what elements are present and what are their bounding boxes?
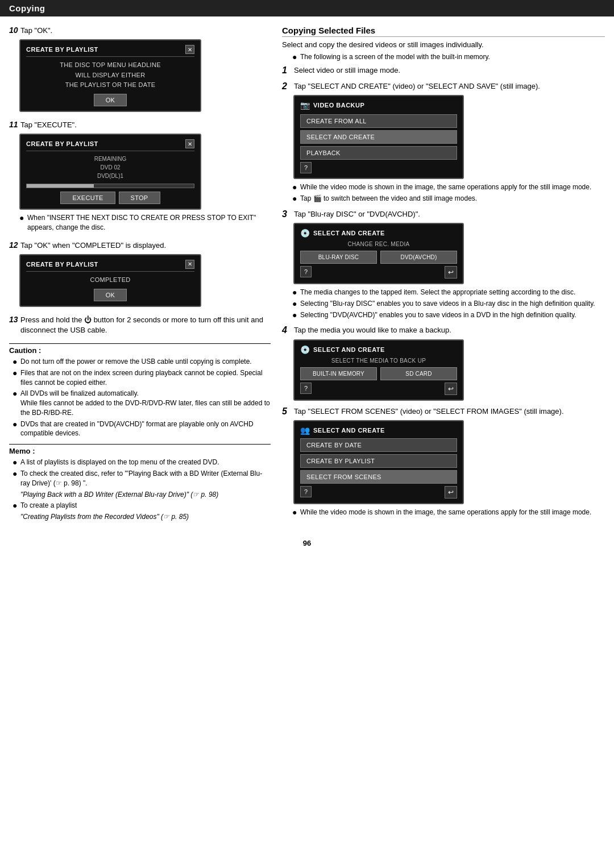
close-x-3[interactable]: ✕ [185,260,194,269]
memo-item-2: ● To check the created disc, refer to "'… [13,469,271,488]
step-13-block: 13 Press and hold the ⏻ button for 2 sec… [9,315,271,335]
bullet-dot-m1: ● [13,458,19,467]
r-step-5-text: Tap "SELECT FROM SCENES" (video) or "SEL… [294,406,564,417]
screen-title-3: CREATE BY PLAYLIST [26,261,98,268]
caution-text-3: All DVDs will be finalized automatically… [20,389,271,417]
ok-btn-3[interactable]: Ok [94,289,127,301]
header-bar: Copying [0,0,614,16]
memo-items: ● A list of playlists is displayed on th… [13,458,271,522]
sac-question-2[interactable]: ? [300,383,312,394]
screen-body-line2: WILL DISPLAY EITHER [26,70,194,81]
sac-subtitle-1: CHANGE REC. MEDIA [300,241,457,247]
step-10-block: 10 Tap "OK". CREATE BY PLAYLIST ✕ THE DI… [9,26,271,112]
close-x-1[interactable]: ✕ [185,45,194,54]
r-step3-bullets: ● The media changes to the tapped item. … [292,288,605,319]
caution-box: Caution : ● Do not turn off the power or… [9,343,271,438]
sac-back-1[interactable]: ↩ [445,266,457,279]
dvddl-label: DVD(DL)1 [26,172,194,180]
bullet-dot-r5-1: ● [292,508,299,517]
caution-text-2: Files that are not on the index screen d… [20,368,271,388]
bullet-dot-insert: ● [19,213,26,223]
execute-btn[interactable]: EXECUTE [60,192,115,204]
progress-bar [26,184,194,188]
step-12-text: Tap "OK" when "COMPLETED" is displayed. [20,240,166,251]
builtin-memory-btn[interactable]: BUILT-IN MEMORY [300,367,377,380]
sac-btn-row-2: BUILT-IN MEMORY SD CARD [300,367,457,380]
bullet-dot-r3-2: ● [292,299,299,309]
screen-playlist-2: CREATE BY PLAYLIST ✕ REMAINING DVD 02 DV… [19,134,201,210]
r-bullet-text-2-2: Tap 🎬 to switch between the video and st… [300,194,477,203]
people-icon: 👥 [300,426,310,435]
screen-select-create-2: 💿 SELECT AND CREATE SELECT THE MEDIA TO … [293,339,464,401]
remaining-label: REMAINING [26,155,194,163]
close-x-2[interactable]: ✕ [185,139,194,148]
step-12-block: 12 Tap "OK" when "COMPLETED" is displaye… [9,240,271,307]
remaining-info: REMAINING DVD 02 DVD(DL)1 [26,155,194,180]
r-step-2-line: 2 Tap "SELECT AND CREATE" (video) or "SE… [282,81,605,92]
bullet-dot-c4: ● [13,420,19,429]
page-container: Copying 10 Tap "OK". CREATE BY PLAYLIST … [0,0,614,868]
section-title: Copying Selected Files [282,26,605,37]
page-number: 96 [303,539,311,547]
step-10-text: Tap "OK". [20,26,52,36]
sac-title-3: SELECT AND CREATE [313,427,385,434]
sd-card-btn[interactable]: SD CARD [380,367,457,380]
step-11-line: 11 Tap "EXECUTE". [9,120,271,130]
completed-label: COMPLETED [26,275,194,285]
sac-bottom-3: ? ↩ [300,486,457,499]
bluray-btn[interactable]: Blu-ray DISC [300,251,377,264]
sac-header-2: 💿 SELECT AND CREATE [300,345,457,354]
r-bullet-step2-1: ● While the video mode is shown in the i… [292,182,605,192]
memo-text-3: "Playing Back with a BD Writer (External… [20,490,218,500]
r-step-1-num: 1 [282,65,292,76]
progress-bar-fill [27,184,94,188]
r-step-3: 3 Tap "Blu-ray DISC" or "DVD(AVCHD)". 💿 … [282,209,605,320]
bullet-dot-m2: ● [13,469,19,479]
r-bullet-step3-1: ● The media changes to the tapped item. … [292,288,605,297]
bullet-dot-c3: ● [13,389,19,398]
sac-question-3[interactable]: ? [300,486,312,497]
sac-back-2[interactable]: ↩ [445,383,457,395]
screen-body-3: COMPLETED [26,275,194,285]
memo-item-1: ● A list of playlists is displayed on th… [13,458,271,467]
bullet-dot-r2-1: ● [292,182,299,192]
sac-back-3[interactable]: ↩ [445,486,457,499]
sac-menu-by-date[interactable]: CREATE BY DATE [300,438,457,452]
screen-body-line1: THE DISC TOP MENU HEADLINE [26,60,194,70]
disc-icon-2: 💿 [300,345,310,354]
step-13-line: 13 Press and hold the ⏻ button for 2 sec… [9,315,271,335]
r-step-4-num: 4 [282,325,292,335]
left-column: 10 Tap "OK". CREATE BY PLAYLIST ✕ THE DI… [9,26,271,528]
bullet-insert-block: ● When "INSERT THE NEXT DISC TO CREATE O… [19,213,271,232]
screen-video-backup: 📷 VIDEO BACKUP CREATE FROM ALL SELECT AN… [293,95,464,179]
dvd-label: DVD 02 [26,163,194,172]
bullet-dot-r3-3: ● [292,310,299,320]
r-step-3-line: 3 Tap "Blu-ray DISC" or "DVD(AVCHD)". [282,209,605,219]
sac-menu-from-scenes[interactable]: SELECT FROM SCENES [300,470,457,484]
vb-question-btn[interactable]: ? [300,162,312,173]
ok-btn-1[interactable]: Ok [94,94,127,106]
stop-btn[interactable]: STOP [119,192,160,204]
dvdavchd-btn[interactable]: DVD(AVCHD) [380,251,457,264]
bullet-dot-c2: ● [13,368,19,378]
memo-box: Memo : ● A list of playlists is displaye… [9,444,271,522]
right-bullet-builtin-item: ● The following is a screen of the model… [292,52,605,62]
sac-menu-by-playlist[interactable]: CREATE BY PLAYLIST [300,454,457,468]
screen-btn-row-2: EXECUTE STOP [26,192,194,204]
step-12-num: 12 [9,240,19,250]
r-bullet-text-3-1: The media changes to the tapped item. Se… [300,288,575,297]
r-step-4-line: 4 Tap the media you would like to make a… [282,325,605,335]
sac-question-1[interactable]: ? [300,266,312,277]
screen-body-1: THE DISC TOP MENU HEADLINE WILL DISPLAY … [26,60,194,90]
vb-menu-select-create[interactable]: SELECT AND CREATE [300,130,457,144]
bullet-dot-c1: ● [13,357,19,367]
r-step-1-text: Select video or still image mode. [294,65,400,76]
caution-items: ● Do not turn off the power or remove th… [13,357,271,438]
bullet-builtin-text: The following is a screen of the model w… [300,52,490,62]
vb-menu-create-all[interactable]: CREATE FROM ALL [300,114,457,128]
vb-title: VIDEO BACKUP [313,102,364,109]
screen-playlist-1: CREATE BY PLAYLIST ✕ THE DISC TOP MENU H… [19,39,201,112]
r-bullet-step5-1: ● While the video mode is shown in the i… [292,508,605,517]
vb-menu-playback[interactable]: PLAYBACK [300,146,457,160]
screen-title-bar-3: CREATE BY PLAYLIST ✕ [26,260,194,272]
